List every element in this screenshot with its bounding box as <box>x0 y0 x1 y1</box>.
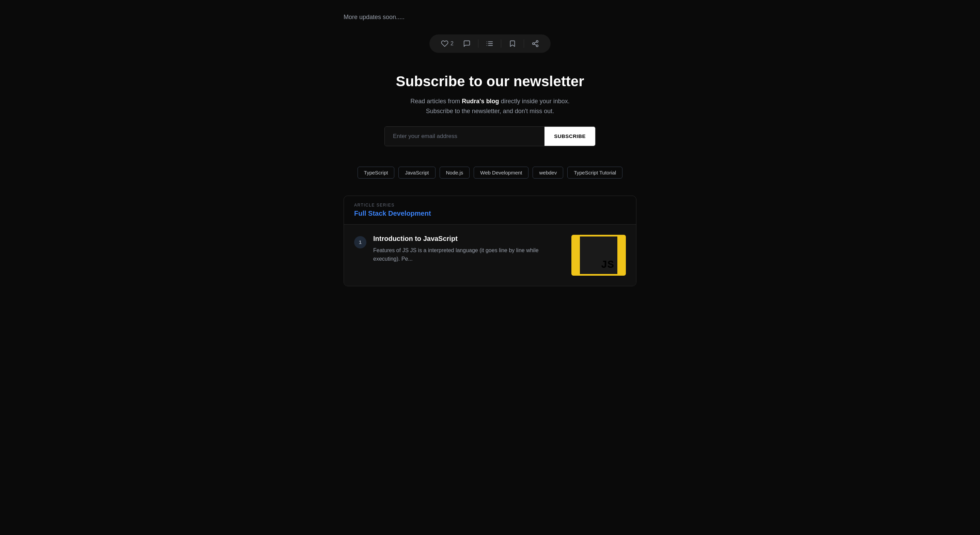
svg-line-9 <box>534 44 536 45</box>
tag-item[interactable]: webdev <box>533 167 563 179</box>
share-button[interactable] <box>528 38 542 50</box>
series-label: ARTICLE SERIES <box>354 203 626 208</box>
divider-3 <box>524 40 524 48</box>
article-number: 1 <box>354 236 366 248</box>
tags-section: TypeScriptJavaScriptNode.jsWeb Developme… <box>344 167 636 179</box>
comment-icon <box>463 40 471 47</box>
js-logo-box: JS <box>580 236 617 274</box>
bookmark-button[interactable] <box>505 38 520 50</box>
list-button[interactable] <box>482 38 497 50</box>
divider-2 <box>501 40 501 48</box>
like-count: 2 <box>450 40 453 47</box>
article-thumbnail: JS <box>571 235 626 276</box>
svg-line-10 <box>534 42 536 43</box>
series-title: Full Stack Development <box>354 209 626 217</box>
list-icon <box>486 40 493 47</box>
series-header: ARTICLE SERIES Full Stack Development <box>344 196 636 225</box>
article-description: Features of JS JS is a interpreted langu… <box>373 246 565 264</box>
article-title: Introduction to JavaScript <box>373 235 565 243</box>
divider-1 <box>478 40 479 48</box>
tag-item[interactable]: TypeScript Tutorial <box>567 167 622 179</box>
tag-item[interactable]: JavaScript <box>398 167 435 179</box>
series-article: 1 Introduction to JavaScript Features of… <box>344 225 636 286</box>
bookmark-icon <box>509 40 516 47</box>
comment-button[interactable] <box>460 38 474 50</box>
subscribe-button[interactable]: SUBSCRIBE <box>544 127 595 146</box>
tag-item[interactable]: TypeScript <box>358 167 395 179</box>
tag-item[interactable]: Node.js <box>440 167 470 179</box>
newsletter-subtitle: Read articles from Rudra's blog directly… <box>344 96 636 116</box>
share-icon <box>531 40 539 47</box>
article-series-card: ARTICLE SERIES Full Stack Development 1 … <box>344 196 636 286</box>
newsletter-section: Subscribe to our newsletter Read article… <box>344 73 636 146</box>
newsletter-title: Subscribe to our newsletter <box>344 73 636 89</box>
heart-icon <box>441 40 449 47</box>
js-logo-text: JS <box>601 260 614 271</box>
article-content: Introduction to JavaScript Features of J… <box>373 235 565 264</box>
subscribe-form: SUBSCRIBE <box>385 126 595 146</box>
tag-item[interactable]: Web Development <box>474 167 528 179</box>
like-button[interactable]: 2 <box>438 38 457 50</box>
email-input[interactable] <box>385 127 544 146</box>
more-updates-text: More updates soon..... <box>344 14 636 21</box>
action-bar: 2 <box>430 34 550 53</box>
